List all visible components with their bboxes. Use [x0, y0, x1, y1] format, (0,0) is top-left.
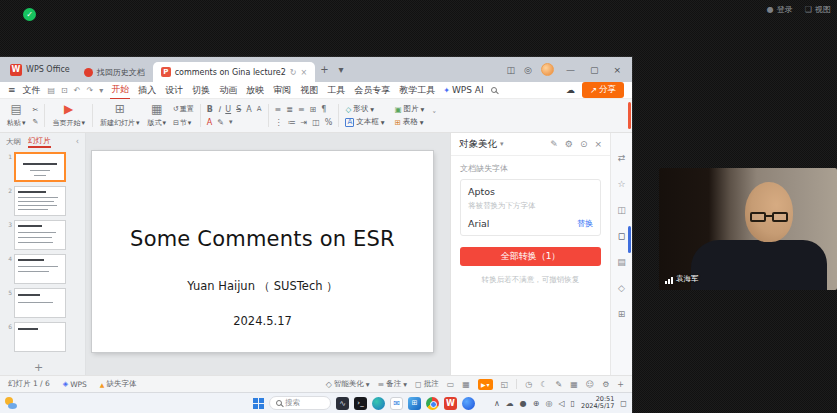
start-button[interactable]	[253, 398, 264, 409]
slide-thumbnail-3[interactable]: 3	[2, 220, 81, 250]
slide-title[interactable]: Some Comments on ESR	[92, 227, 433, 251]
outline-tab[interactable]: 大纲	[6, 137, 21, 147]
italic-button[interactable]: I	[218, 105, 220, 114]
text-direction-button[interactable]: ◫	[312, 118, 320, 127]
beautify-panel-icon[interactable]: ◇	[618, 283, 625, 293]
highlight-pen-button[interactable]: ✎	[217, 118, 224, 127]
reset-button[interactable]: ↺重置	[173, 104, 194, 114]
maximize-button[interactable]: ▢	[587, 65, 602, 75]
ribbon-tab-transitions[interactable]: 切换	[191, 82, 211, 99]
night-mode-icon[interactable]: ☾	[540, 380, 547, 389]
app-mail-icon[interactable]: ✉	[390, 397, 403, 410]
app-eagle-icon[interactable]: ∿	[336, 397, 349, 410]
font-color-button[interactable]: A	[207, 118, 212, 127]
cut-icon[interactable]: ✂	[33, 106, 39, 114]
favorites-icon[interactable]: ☆	[617, 179, 625, 189]
tray-network-icon[interactable]: ◎	[545, 399, 552, 408]
columns-button[interactable]: ⊞	[310, 105, 317, 114]
dock-window-icon[interactable]: ◫	[507, 65, 516, 75]
ribbon-tab-teaching[interactable]: 教学工具	[398, 82, 436, 99]
undo-icon[interactable]: ↶	[74, 86, 81, 95]
replace-link[interactable]: 替换	[577, 218, 593, 229]
align-right-button[interactable]: ≡	[298, 105, 305, 114]
smiley-skin-icon[interactable]: ☺	[586, 380, 594, 389]
wps-badge[interactable]: ◈ WPS	[63, 380, 87, 389]
switch-panes-icon[interactable]: ⇄	[618, 153, 626, 163]
missing-fonts-warning[interactable]: ▲ 缺失字体	[100, 379, 137, 389]
table-button[interactable]: ⊞ 表格 ▾	[394, 117, 424, 127]
ribbon-tab-animation[interactable]: 动画	[218, 82, 238, 99]
hamburger-icon[interactable]: ≡	[8, 85, 16, 95]
app-store-icon[interactable]: ⊞	[408, 397, 421, 410]
app-chrome-icon[interactable]	[426, 397, 439, 410]
print-icon[interactable]: ⊡	[61, 86, 68, 95]
taskbar-clock[interactable]: 20:51 2024/5/17	[581, 396, 614, 410]
pane-close-icon[interactable]: ×	[594, 139, 602, 149]
wps-home-button[interactable]: W WPS Office	[6, 57, 76, 82]
app-terminal-icon[interactable]: ›_	[354, 397, 367, 410]
picture-button[interactable]: ▣ 图片 ▾	[394, 104, 424, 114]
layers-icon[interactable]: ◫	[617, 205, 626, 215]
new-slide-button[interactable]: ⊞ 新建幻灯片▾	[99, 101, 141, 130]
search-icon[interactable]	[491, 87, 497, 93]
cloud-sync-icon[interactable]: ☁	[566, 85, 575, 95]
numbered-list-button[interactable]: ≔	[288, 118, 296, 127]
pane-title-caret-icon[interactable]: ▾	[500, 140, 504, 148]
redo-icon[interactable]: ↷	[87, 86, 94, 95]
slide-date[interactable]: 2024.5.17	[92, 314, 433, 328]
fullscreen-icon[interactable]: ◱	[501, 380, 509, 389]
comments-panel-icon[interactable]: ◻	[618, 231, 625, 241]
slide-thumbnail-4[interactable]: 4	[2, 254, 81, 284]
login-button[interactable]: ● 登录	[767, 4, 793, 15]
slides-tab[interactable]: 幻灯片	[28, 136, 51, 148]
app-edge-icon[interactable]	[372, 397, 385, 410]
grow-font-button[interactable]: A	[246, 105, 251, 114]
scrollbar-thumb[interactable]	[628, 226, 631, 253]
tray-cloud-icon[interactable]: ☁	[506, 399, 514, 408]
shapes-button[interactable]: ◇ 形状 ▾	[345, 104, 384, 114]
slide-author[interactable]: Yuan Haijun （ SUSTech ）	[92, 279, 433, 294]
tab-current-doc[interactable]: P comments on Gina lecture2 ↻ ×	[153, 62, 315, 82]
ribbon-tab-member[interactable]: 会员专享	[353, 82, 391, 99]
autofit-button[interactable]: %	[325, 118, 333, 127]
strikethrough-button[interactable]: S	[236, 105, 241, 114]
tray-battery-icon[interactable]: ▯	[571, 399, 575, 408]
slideshow-play-button[interactable]: ▶ ▾	[478, 379, 493, 390]
section-button[interactable]: ⊟节▾	[173, 118, 194, 128]
indent-button[interactable]: ⇥	[301, 118, 308, 127]
tab-history-doc[interactable]: 找回历史文档	[76, 62, 153, 82]
notes-button[interactable]: ≡ 备注 ▾	[378, 379, 407, 389]
ribbon-tab-wps-ai[interactable]: ✦ WPS AI	[443, 85, 483, 95]
align-center-button[interactable]: ≣	[286, 105, 293, 114]
bold-button[interactable]: B	[207, 105, 213, 114]
tray-volume-icon[interactable]: ◁	[558, 399, 564, 408]
slide-canvas[interactable]: Some Comments on ESR Yuan Haijun （ SUSTe…	[86, 133, 450, 375]
comments-button[interactable]: ◻ 批注	[415, 379, 439, 389]
line-spacing-button[interactable]: ⋮	[275, 118, 283, 127]
slide-thumbnail-6[interactable]: 6	[2, 322, 81, 352]
slide-thumbnail-2[interactable]: 2	[2, 186, 81, 216]
slide-thumbnail-1[interactable]: 1	[2, 152, 81, 182]
view-button[interactable]: ❏ 视图	[805, 4, 831, 15]
doc-sync-icon[interactable]: ↻	[290, 68, 297, 77]
current-slide[interactable]: Some Comments on ESR Yuan Haijun （ SUSTe…	[92, 151, 433, 352]
app-meeting-icon[interactable]	[462, 397, 475, 410]
grid-tools-icon[interactable]: ▦	[570, 380, 578, 389]
ribbon-tab-slideshow[interactable]: 放映	[245, 82, 265, 99]
collapse-ribbon-icon[interactable]: ˅	[432, 111, 436, 120]
app-wps-icon[interactable]: W	[444, 397, 457, 410]
tray-chevron-icon[interactable]: ∧	[494, 399, 500, 408]
minimize-button[interactable]: —	[563, 65, 578, 75]
layout-button[interactable]: ▦ 版式▾	[146, 101, 167, 130]
underline-button[interactable]: U	[225, 105, 231, 114]
collapse-panel-icon[interactable]: ‹	[76, 137, 79, 146]
slide-sorter-icon[interactable]: ▦	[462, 380, 470, 389]
tab-close-icon[interactable]: ×	[300, 68, 307, 77]
tray-plus-icon[interactable]: ⊕	[533, 399, 540, 408]
history-clock-icon[interactable]: ◷	[525, 380, 532, 389]
ribbon-tab-insert[interactable]: 插入	[137, 82, 157, 99]
play-from-current-button[interactable]: ▶ 当页开始▾	[51, 101, 86, 130]
paste-button[interactable]: ▤ 粘贴▾	[6, 101, 27, 130]
ribbon-tab-view[interactable]: 视图	[299, 82, 319, 99]
add-slide-button[interactable]: +	[0, 359, 85, 375]
